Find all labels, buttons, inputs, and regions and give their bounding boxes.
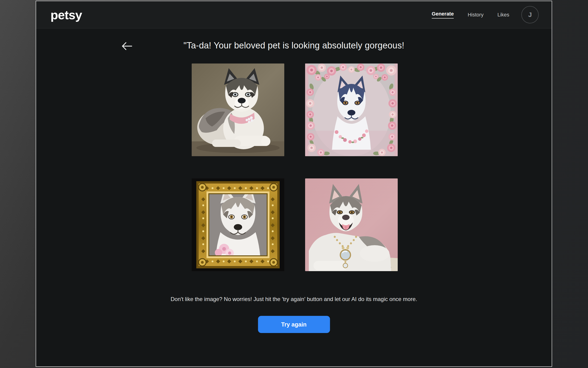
nav-item-generate[interactable]: Generate: [432, 11, 454, 18]
header: petsy Generate History Likes J: [36, 1, 552, 28]
desktop-background: { "header": { "logo": "petsy", "nav": [ …: [0, 0, 588, 368]
husky-rose-frame-illustration: [305, 64, 398, 156]
husky-pink-collar-illustration: [192, 64, 284, 156]
generated-image-3[interactable]: [192, 178, 284, 271]
logo[interactable]: petsy: [51, 8, 82, 22]
nav-item-history[interactable]: History: [468, 12, 483, 18]
avatar-initial: J: [528, 11, 532, 18]
generated-images-grid: [192, 64, 398, 271]
hint-text: Don't like the image? No worries! Just h…: [36, 296, 552, 303]
nav-item-likes[interactable]: Likes: [498, 12, 509, 18]
app-window: petsy Generate History Likes J "Ta-da! Y…: [36, 1, 552, 367]
husky-pearl-necklace-illustration: [305, 178, 398, 271]
try-again-button[interactable]: Try again: [258, 316, 330, 333]
generated-image-2[interactable]: [305, 64, 398, 156]
generated-image-4[interactable]: [305, 178, 398, 271]
user-avatar[interactable]: J: [521, 6, 539, 23]
main-nav: Generate History Likes J: [418, 6, 539, 23]
generated-image-1[interactable]: [192, 64, 284, 156]
page-title: "Ta-da! Your beloved pet is looking abso…: [36, 41, 552, 51]
husky-gold-frame-illustration: [192, 178, 284, 271]
